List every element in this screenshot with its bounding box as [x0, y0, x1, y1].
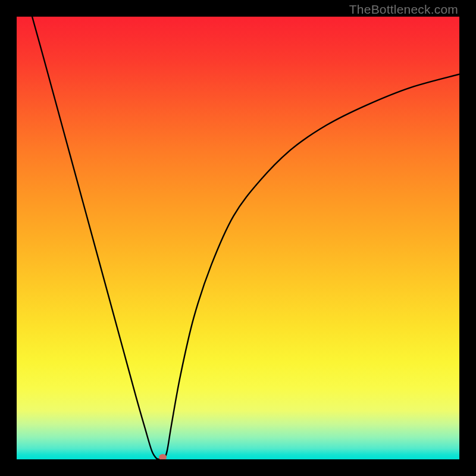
- optimum-marker: [159, 454, 167, 459]
- plot-area: [17, 17, 459, 459]
- chart-frame: TheBottleneck.com: [0, 0, 476, 476]
- bottleneck-curve: [17, 17, 459, 459]
- watermark-text: TheBottleneck.com: [349, 2, 458, 17]
